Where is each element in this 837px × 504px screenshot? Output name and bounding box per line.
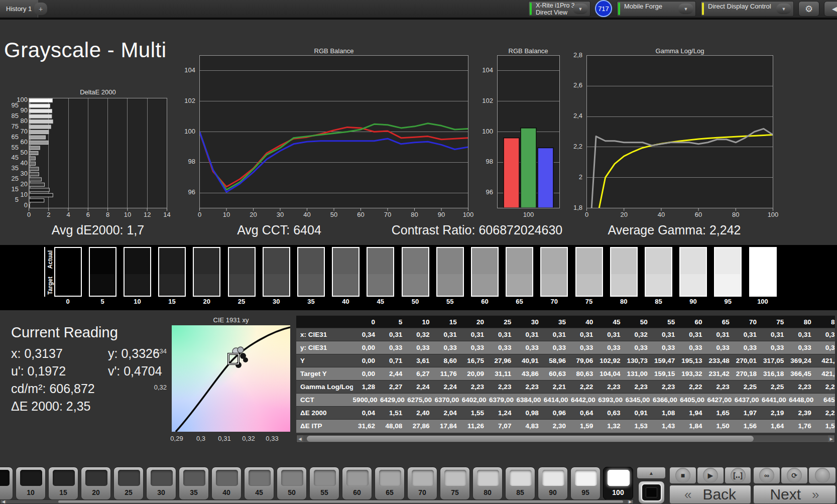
- table-scrollbar-thumb[interactable]: [307, 436, 754, 442]
- swatch-level-label: 5: [92, 298, 112, 305]
- back-button[interactable]: « Back: [669, 485, 751, 504]
- level-button-30[interactable]: 30: [146, 467, 176, 500]
- level-button-90[interactable]: 90: [538, 467, 568, 500]
- source-status-stripe: [618, 3, 620, 15]
- range-icon: [‥]: [731, 468, 746, 483]
- table-cell: 2,28: [816, 407, 835, 420]
- blank-button[interactable]: [808, 467, 836, 484]
- table-cell: 43,86: [516, 367, 543, 381]
- actual-swatch: [507, 248, 532, 274]
- swatch-level-label: 20: [197, 298, 217, 305]
- table-cell: 0,33: [380, 341, 407, 354]
- table-cell: 0,31: [571, 328, 598, 341]
- current-reading-value: u': 0,1972: [11, 364, 66, 379]
- play-button[interactable]: ▶: [697, 467, 724, 484]
- scroll-right-arrow[interactable]: ▶: [627, 500, 633, 503]
- actual-swatch: [368, 248, 393, 274]
- level-button-60[interactable]: 60: [342, 467, 372, 500]
- chevron-down-icon[interactable]: ▼: [573, 4, 588, 14]
- bottom-scrollbar[interactable]: ◀ ▶: [0, 499, 634, 504]
- table-row-label: Y: [296, 354, 353, 367]
- level-button-5[interactable]: 5: [0, 467, 13, 500]
- bottom-scrollbar-thumb[interactable]: [58, 500, 623, 503]
- scroll-right-arrow[interactable]: ▶: [828, 435, 834, 442]
- table-cell: 0,91: [626, 407, 653, 420]
- table-cell: 31,11: [489, 367, 516, 381]
- level-button-70[interactable]: 70: [407, 467, 437, 500]
- current-reading-value: ΔE 2000: 2,35: [11, 399, 90, 414]
- level-button-20[interactable]: 20: [81, 467, 111, 500]
- level-button-75[interactable]: 75: [440, 467, 470, 500]
- level-button-25[interactable]: 25: [113, 467, 144, 500]
- level-button-50[interactable]: 50: [277, 467, 307, 500]
- target-swatch: [90, 274, 115, 296]
- stop-icon: ■: [675, 468, 690, 483]
- level-button-label: 10: [16, 488, 45, 496]
- table-cell: 104,04: [598, 367, 625, 381]
- table-cell: 0,31: [544, 328, 571, 341]
- level-button-55[interactable]: 55: [309, 467, 339, 500]
- level-button-80[interactable]: 80: [472, 467, 503, 500]
- loop-button[interactable]: ∞: [753, 467, 780, 484]
- level-button-100[interactable]: 100: [603, 467, 633, 500]
- scroll-left-arrow[interactable]: ◀: [297, 435, 303, 442]
- add-tab-button[interactable]: +: [34, 3, 47, 15]
- actual-swatch: [437, 248, 463, 274]
- panel-up-button[interactable]: ▲: [637, 467, 666, 479]
- target-swatch: [472, 274, 498, 296]
- table-cell: 2,21: [544, 381, 571, 394]
- collapse-panel-button[interactable]: ◀: [824, 1, 837, 17]
- level-button-65[interactable]: 65: [375, 467, 405, 500]
- table-cell: 48,08: [380, 420, 407, 433]
- table-cell: 6452: [816, 394, 835, 407]
- table-cell: 1,94: [680, 407, 707, 420]
- level-swatch: [314, 470, 336, 486]
- level-button-95[interactable]: 95: [570, 467, 601, 500]
- level-button-85[interactable]: 85: [505, 467, 535, 500]
- actual-swatch: [541, 248, 567, 274]
- rgb-bar-green: [521, 128, 536, 208]
- chevron-down-icon[interactable]: ▼: [776, 4, 791, 14]
- table-row-label: ΔE 2000: [296, 407, 353, 420]
- pattern-window-button[interactable]: [638, 481, 665, 504]
- level-button-45[interactable]: 45: [244, 467, 274, 500]
- level-button-label: 70: [408, 488, 437, 496]
- level-button-40[interactable]: 40: [211, 467, 242, 500]
- settings-button[interactable]: ⚙: [798, 1, 819, 17]
- deltae-chart-title: DeltaE 2000: [58, 88, 138, 96]
- actual-swatch: [715, 248, 741, 274]
- table-cell: 3,61: [407, 354, 434, 367]
- refresh-button[interactable]: ⟳: [781, 467, 808, 484]
- level-button-10[interactable]: 10: [16, 467, 46, 500]
- gamma-chart-x-tick: 60: [691, 211, 705, 218]
- table-cell: 0,96: [544, 407, 571, 420]
- target-swatch: [680, 274, 706, 296]
- level-swatch: [575, 470, 597, 486]
- gray-swatch-80: [610, 247, 638, 297]
- next-button[interactable]: Next »: [753, 485, 836, 504]
- table-cell: 0,00: [353, 341, 380, 354]
- level-swatch: [85, 470, 107, 486]
- refresh-icon: ⟳: [787, 468, 802, 483]
- table-row-label: y: CIE31: [296, 341, 353, 354]
- level-button-label: 80: [473, 488, 502, 496]
- chevron-up-icon: ▲: [649, 470, 654, 476]
- source-dropdown[interactable]: Mobile Forge ▼: [617, 1, 696, 17]
- table-cell: 20,09: [462, 367, 489, 381]
- range-button[interactable]: [‥]: [725, 467, 751, 484]
- target-swatch: [750, 274, 776, 296]
- level-button-15[interactable]: 15: [48, 467, 78, 500]
- level-button-35[interactable]: 35: [179, 467, 209, 500]
- workflow-dropdown[interactable]: Direct Display Control ▼: [700, 1, 794, 17]
- table-scrollbar[interactable]: ◀ ▶: [296, 435, 835, 443]
- table-cell: 0,33: [735, 341, 762, 354]
- stop-button[interactable]: ■: [669, 467, 696, 484]
- chevron-down-icon[interactable]: ▼: [678, 4, 693, 14]
- table-column-header: 30: [516, 316, 543, 328]
- meter-dropdown[interactable]: X-Rite i1Pro 3 Direct View ▼: [528, 1, 590, 17]
- deltae-bar: [29, 152, 38, 155]
- table-cell: 0,33: [680, 341, 707, 354]
- table-column-header: 40: [571, 316, 598, 328]
- history-tab[interactable]: History 1: [0, 0, 38, 18]
- scroll-left-arrow[interactable]: ◀: [1, 500, 7, 503]
